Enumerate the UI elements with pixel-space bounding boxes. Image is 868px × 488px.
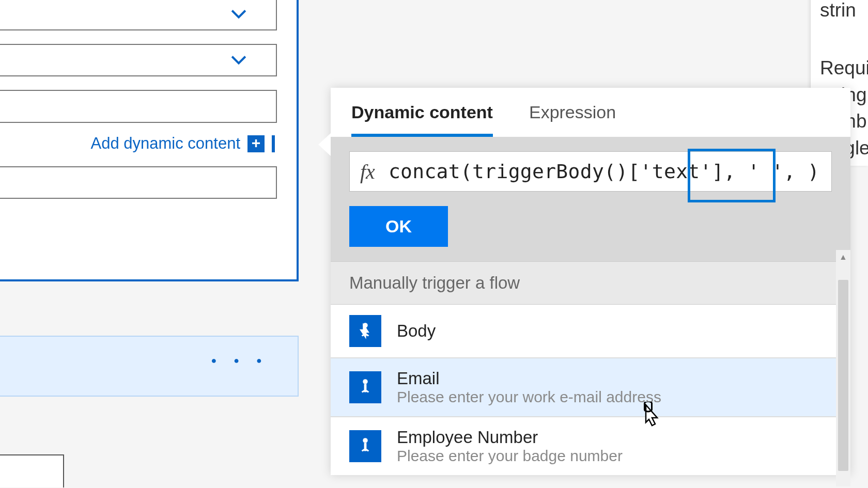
- tooltip-line: strin: [820, 0, 868, 24]
- svg-point-4: [363, 438, 368, 443]
- add-dynamic-content-link[interactable]: Add dynamic content +: [90, 134, 275, 153]
- list-item-body[interactable]: Body: [331, 305, 850, 358]
- form-field-3[interactable]: [0, 90, 277, 122]
- svg-point-2: [363, 379, 368, 384]
- ok-button[interactable]: OK: [349, 206, 448, 247]
- item-desc: Please enter your work e-mail address: [397, 388, 661, 406]
- plus-bar: [272, 135, 275, 152]
- scroll-thumb[interactable]: [838, 280, 848, 471]
- tab-expression[interactable]: Expression: [529, 102, 616, 137]
- tab-dynamic-content[interactable]: Dynamic content: [351, 102, 493, 137]
- expression-area: fx concat(triggerBody()['text'], ' ', ) …: [331, 137, 850, 261]
- fx-icon: fx: [350, 160, 389, 184]
- list-item-employee-number[interactable]: Employee Number Please enter your badge …: [331, 417, 850, 475]
- action-card[interactable]: ● ● ●: [0, 336, 299, 397]
- item-desc: Please enter your badge number: [397, 447, 623, 465]
- add-dynamic-label: Add dynamic content: [90, 134, 240, 153]
- divider: [0, 122, 277, 123]
- tooltip-line: Requi: [820, 55, 868, 82]
- dynamic-items-list: Body Email Please enter your work e-mail…: [331, 305, 850, 475]
- dynamic-content-popover: Dynamic content Expression fx concat(tri…: [331, 88, 850, 475]
- chevron-down-icon[interactable]: [227, 48, 250, 73]
- expression-text: concat(triggerBody()['text'], ' ', ): [389, 160, 819, 183]
- popover-caret: [318, 133, 331, 156]
- trigger-icon: [349, 371, 381, 403]
- item-title: Employee Number: [397, 428, 623, 447]
- form-field-1[interactable]: [0, 0, 277, 30]
- more-icon[interactable]: ● ● ●: [211, 355, 269, 366]
- scroll-up-icon[interactable]: ▲: [836, 250, 850, 264]
- list-item-email[interactable]: Email Please enter your work e-mail addr…: [331, 358, 850, 417]
- section-header: Manually trigger a flow: [331, 261, 850, 305]
- svg-point-0: [363, 323, 368, 328]
- form-card: Add dynamic content +: [0, 0, 299, 281]
- trigger-icon: [349, 430, 381, 462]
- scrollbar[interactable]: ▲: [836, 264, 850, 486]
- item-title: Body: [397, 321, 436, 341]
- form-field-2[interactable]: [0, 44, 277, 76]
- bottom-field[interactable]: e: [0, 454, 64, 487]
- trigger-icon: [349, 315, 381, 347]
- tabs: Dynamic content Expression: [331, 88, 850, 137]
- plus-icon: +: [247, 135, 265, 152]
- form-field-4[interactable]: [0, 166, 277, 199]
- chevron-down-icon[interactable]: [227, 2, 250, 27]
- item-title: Email: [397, 369, 661, 388]
- expression-input[interactable]: fx concat(triggerBody()['text'], ' ', ): [349, 151, 832, 192]
